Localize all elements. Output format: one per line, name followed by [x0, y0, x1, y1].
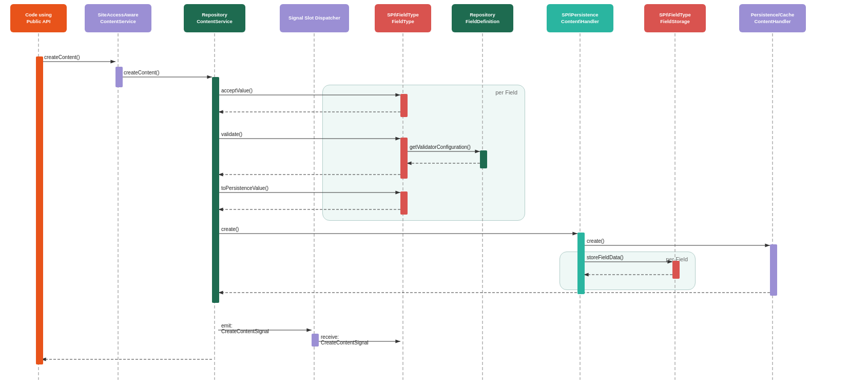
activation-1	[115, 67, 123, 87]
arrow-label: createContent()	[124, 70, 159, 75]
activation-2	[212, 77, 219, 303]
actor-repo_field: Repository FieldDefinition	[452, 4, 513, 32]
activation-10	[312, 334, 319, 346]
actor-signal: Signal Slot Dispatcher	[280, 4, 349, 32]
actor-spn_field: SPI\FieldType FieldType	[375, 4, 431, 32]
arrow-label: getValidatorConfiguration()	[410, 144, 471, 150]
arrow-label: emit: CreateContentSignal	[221, 323, 269, 334]
arrow-label: acceptValue()	[221, 88, 253, 93]
actor-spn_persist: SPI\Persistence Content\Handler	[547, 4, 613, 32]
activation-8	[770, 244, 777, 296]
activation-5	[480, 150, 487, 168]
arrow-label: create()	[221, 226, 239, 232]
activation-3	[400, 94, 408, 117]
arrow-label: createContent()	[44, 54, 80, 60]
arrow-label: create()	[587, 238, 604, 244]
actor-spn_storage: SPI\FieldType FieldStorage	[644, 4, 706, 32]
actor-repo: Repository ContentService	[184, 4, 245, 32]
sequence-diagram: Code using Public APISiteAccessAware Con…	[0, 0, 868, 385]
activation-6	[400, 191, 408, 215]
group-box-0: per Field	[322, 85, 525, 221]
activation-9	[672, 261, 680, 279]
arrow-label: storeFieldData()	[587, 255, 624, 260]
arrow-label: toPersistenceValue()	[221, 185, 268, 191]
group-label-0: per Field	[495, 89, 517, 95]
actor-site: SiteAccessAware ContentService	[85, 4, 151, 32]
activation-4	[400, 138, 408, 179]
activation-0	[36, 56, 43, 364]
arrow-label: validate()	[221, 131, 242, 137]
actor-code: Code using Public API	[10, 4, 67, 32]
arrow-label: receive: CreateContentSignal	[321, 334, 369, 345]
activation-7	[577, 233, 585, 294]
actor-persist_cache: Persistence/Cache ContentHandler	[739, 4, 806, 32]
